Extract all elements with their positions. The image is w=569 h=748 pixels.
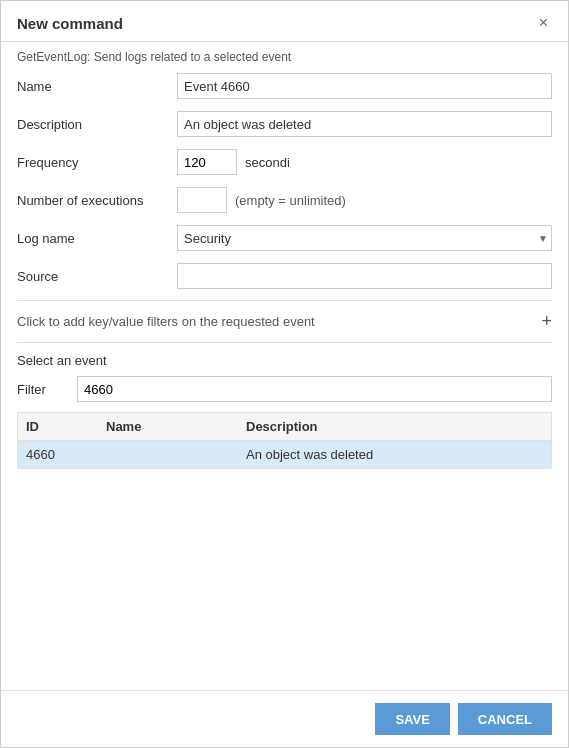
row-id: 4660 [18, 441, 98, 468]
source-row: Source [17, 262, 552, 290]
add-filters-row[interactable]: Click to add key/value filters on the re… [17, 301, 552, 342]
executions-row: Number of executions (empty = unlimited) [17, 186, 552, 214]
description-input[interactable] [177, 111, 552, 137]
executions-label: Number of executions [17, 193, 177, 208]
dialog-body: Name Description Frequency secondi Numbe… [1, 72, 568, 690]
frequency-input[interactable] [177, 149, 237, 175]
col-header-description: Description [238, 413, 551, 440]
dialog-footer: SAVE CANCEL [1, 690, 568, 747]
close-button[interactable]: × [535, 13, 552, 33]
filter-label: Filter [17, 382, 77, 397]
name-input[interactable] [177, 73, 552, 99]
row-name [98, 441, 238, 468]
col-header-id: ID [18, 413, 98, 440]
source-label: Source [17, 269, 177, 284]
logname-select[interactable]: Security Application System [177, 225, 552, 251]
col-header-name: Name [98, 413, 238, 440]
save-button[interactable]: SAVE [375, 703, 449, 735]
table-header: ID Name Description [18, 413, 551, 441]
description-label: Description [17, 117, 177, 132]
event-table: ID Name Description 4660 An object was d… [17, 412, 552, 469]
source-input[interactable] [177, 263, 552, 289]
executions-controls: (empty = unlimited) [177, 187, 346, 213]
dialog-subtitle: GetEventLog: Send logs related to a sele… [1, 42, 568, 72]
executions-hint: (empty = unlimited) [235, 193, 346, 208]
name-row: Name [17, 72, 552, 100]
dialog-header: New command × [1, 1, 568, 42]
frequency-row: Frequency secondi [17, 148, 552, 176]
select-event-label: Select an event [17, 343, 552, 376]
plus-icon[interactable]: + [541, 311, 552, 332]
filter-row: Filter [17, 376, 552, 402]
name-label: Name [17, 79, 177, 94]
description-row: Description [17, 110, 552, 138]
dialog-title: New command [17, 15, 123, 32]
logname-row: Log name Security Application System ▼ [17, 224, 552, 252]
logname-wrapper: Security Application System ▼ [177, 225, 552, 251]
row-description: An object was deleted [238, 441, 551, 468]
table-row[interactable]: 4660 An object was deleted [18, 441, 551, 468]
frequency-controls: secondi [177, 149, 290, 175]
new-command-dialog: New command × GetEventLog: Send logs rel… [0, 0, 569, 748]
frequency-unit: secondi [245, 155, 290, 170]
cancel-button[interactable]: CANCEL [458, 703, 552, 735]
filter-input[interactable] [77, 376, 552, 402]
add-filters-label: Click to add key/value filters on the re… [17, 314, 315, 329]
executions-input[interactable] [177, 187, 227, 213]
logname-label: Log name [17, 231, 177, 246]
frequency-label: Frequency [17, 155, 177, 170]
